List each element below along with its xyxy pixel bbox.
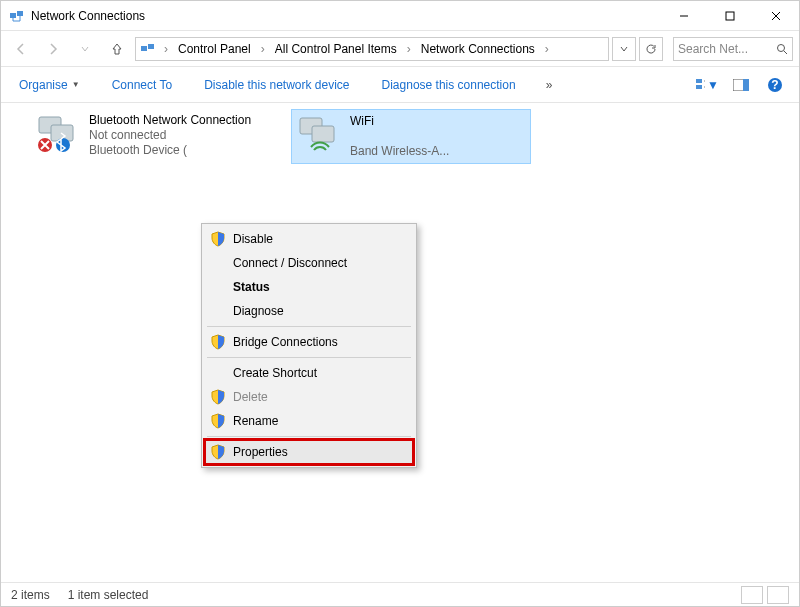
adapter-wifi-device: Band Wireless-A... bbox=[350, 144, 449, 159]
svg-rect-11 bbox=[696, 85, 702, 89]
ctx-connect-label: Connect / Disconnect bbox=[233, 256, 347, 270]
preview-pane-button[interactable] bbox=[729, 73, 753, 97]
status-selected-count: 1 item selected bbox=[68, 588, 149, 602]
title-bar: Network Connections bbox=[1, 1, 799, 31]
ctx-delete-label: Delete bbox=[233, 390, 268, 404]
window-title: Network Connections bbox=[31, 9, 661, 23]
svg-text:?: ? bbox=[771, 78, 778, 92]
connect-to-button[interactable]: Connect To bbox=[106, 74, 179, 96]
search-placeholder: Search Net... bbox=[678, 42, 748, 56]
chevron-right-icon[interactable]: › bbox=[541, 42, 553, 56]
organise-label: Organise bbox=[19, 78, 68, 92]
shield-icon bbox=[210, 334, 226, 350]
up-button[interactable] bbox=[103, 35, 131, 63]
change-view-button[interactable]: ▼ bbox=[695, 73, 719, 97]
ctx-separator bbox=[207, 357, 411, 358]
maximize-button[interactable] bbox=[707, 1, 753, 31]
ctx-status-label: Status bbox=[233, 280, 270, 294]
refresh-button[interactable] bbox=[639, 37, 663, 61]
context-menu: Disable Connect / Disconnect Status Diag… bbox=[201, 223, 417, 468]
svg-rect-6 bbox=[141, 46, 147, 51]
ctx-connect-disconnect[interactable]: Connect / Disconnect bbox=[205, 251, 413, 275]
chevron-right-icon[interactable]: › bbox=[403, 42, 415, 56]
adapter-bluetooth-icon bbox=[35, 113, 83, 153]
adapter-bluetooth-status: Not connected bbox=[89, 128, 251, 143]
command-toolbar: Organise ▼ Connect To Disable this netwo… bbox=[1, 67, 799, 103]
adapter-bluetooth-device: Bluetooth Device ( bbox=[89, 143, 251, 158]
ctx-separator bbox=[207, 326, 411, 327]
close-button[interactable] bbox=[753, 1, 799, 31]
dropdown-icon: ▼ bbox=[707, 78, 719, 92]
ctx-status[interactable]: Status bbox=[205, 275, 413, 299]
svg-line-9 bbox=[784, 51, 787, 54]
nav-bar: › Control Panel › All Control Panel Item… bbox=[1, 31, 799, 67]
adapter-wifi-spacer bbox=[350, 129, 449, 144]
shield-icon bbox=[210, 389, 226, 405]
ctx-create-shortcut[interactable]: Create Shortcut bbox=[205, 361, 413, 385]
search-icon bbox=[776, 43, 788, 55]
dropdown-icon: ▼ bbox=[72, 80, 80, 89]
breadcrumb-control-panel[interactable]: Control Panel bbox=[174, 40, 255, 58]
svg-rect-15 bbox=[743, 79, 749, 91]
minimize-button[interactable] bbox=[661, 1, 707, 31]
ctx-separator bbox=[207, 436, 411, 437]
svg-rect-0 bbox=[10, 13, 16, 18]
location-icon bbox=[140, 41, 156, 57]
organise-menu[interactable]: Organise ▼ bbox=[13, 74, 86, 96]
recent-locations-button[interactable] bbox=[71, 35, 99, 63]
ctx-bridge[interactable]: Bridge Connections bbox=[205, 330, 413, 354]
details-view-button[interactable] bbox=[741, 586, 763, 604]
diagnose-connection-button[interactable]: Diagnose this connection bbox=[376, 74, 522, 96]
chevron-right-icon[interactable]: › bbox=[257, 42, 269, 56]
adapter-bluetooth[interactable]: Bluetooth Network Connection Not connect… bbox=[31, 109, 271, 162]
ctx-disable-label: Disable bbox=[233, 232, 273, 246]
content-area: Bluetooth Network Connection Not connect… bbox=[1, 103, 799, 584]
ctx-properties[interactable]: Properties bbox=[205, 440, 413, 464]
shield-icon bbox=[210, 413, 226, 429]
shield-icon bbox=[210, 444, 226, 460]
overflow-button[interactable]: » bbox=[542, 78, 557, 92]
adapter-wifi[interactable]: WiFi Band Wireless-A... bbox=[291, 109, 531, 164]
large-icons-view-button[interactable] bbox=[767, 586, 789, 604]
svg-rect-23 bbox=[312, 126, 334, 142]
forward-button[interactable] bbox=[39, 35, 67, 63]
ctx-diagnose-label: Diagnose bbox=[233, 304, 284, 318]
status-bar: 2 items 1 item selected bbox=[1, 582, 799, 606]
shield-icon bbox=[210, 231, 226, 247]
svg-rect-7 bbox=[148, 44, 154, 49]
breadcrumb-all-items[interactable]: All Control Panel Items bbox=[271, 40, 401, 58]
ctx-properties-label: Properties bbox=[233, 445, 288, 459]
address-bar[interactable]: › Control Panel › All Control Panel Item… bbox=[135, 37, 609, 61]
breadcrumb-network-connections[interactable]: Network Connections bbox=[417, 40, 539, 58]
ctx-rename[interactable]: Rename bbox=[205, 409, 413, 433]
adapter-bluetooth-name: Bluetooth Network Connection bbox=[89, 113, 251, 128]
search-input[interactable]: Search Net... bbox=[673, 37, 793, 61]
ctx-disable[interactable]: Disable bbox=[205, 227, 413, 251]
ctx-rename-label: Rename bbox=[233, 414, 278, 428]
disable-device-button[interactable]: Disable this network device bbox=[198, 74, 355, 96]
back-button[interactable] bbox=[7, 35, 35, 63]
chevron-right-icon[interactable]: › bbox=[160, 42, 172, 56]
help-button[interactable]: ? bbox=[763, 73, 787, 97]
svg-rect-3 bbox=[726, 12, 734, 20]
adapter-wifi-name: WiFi bbox=[350, 114, 449, 129]
status-item-count: 2 items bbox=[11, 588, 50, 602]
ctx-shortcut-label: Create Shortcut bbox=[233, 366, 317, 380]
adapter-wifi-icon bbox=[296, 114, 344, 154]
svg-rect-1 bbox=[17, 11, 23, 16]
ctx-bridge-label: Bridge Connections bbox=[233, 335, 338, 349]
app-icon bbox=[9, 8, 25, 24]
address-dropdown-button[interactable] bbox=[612, 37, 636, 61]
ctx-delete[interactable]: Delete bbox=[205, 385, 413, 409]
svg-rect-10 bbox=[696, 79, 702, 83]
ctx-diagnose[interactable]: Diagnose bbox=[205, 299, 413, 323]
svg-point-8 bbox=[778, 44, 785, 51]
